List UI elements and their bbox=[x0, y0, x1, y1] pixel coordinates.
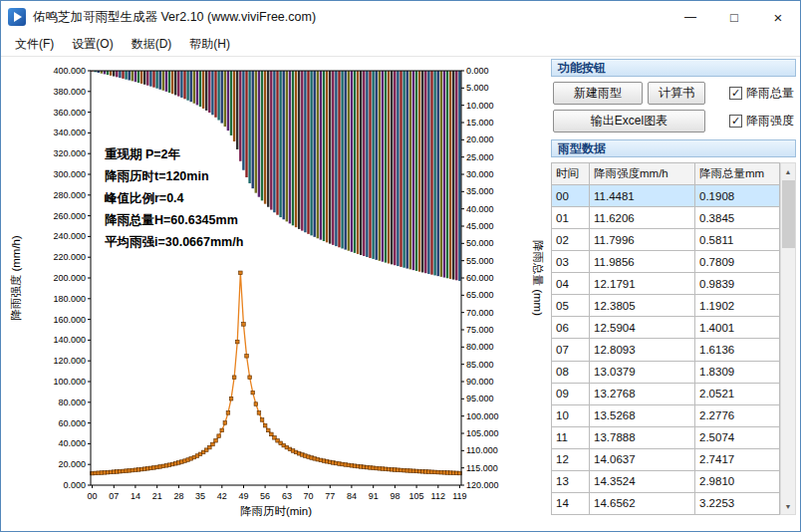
checkbox-label: 降雨总量 bbox=[746, 85, 794, 102]
svg-text:110.000: 110.000 bbox=[466, 445, 498, 455]
svg-text:160.000: 160.000 bbox=[53, 315, 86, 325]
rain-intensity-checkbox[interactable]: ✓ 降雨强度 bbox=[729, 113, 794, 130]
table-row[interactable]: 1013.52682.2776 bbox=[552, 404, 780, 426]
table-row[interactable]: 0813.03791.8309 bbox=[552, 361, 780, 383]
table-scrollbar[interactable]: ▲ ▼ bbox=[780, 162, 796, 515]
svg-text:20.000: 20.000 bbox=[58, 459, 86, 469]
table-row[interactable]: 1214.06372.7417 bbox=[552, 448, 780, 470]
svg-text:35.000: 35.000 bbox=[466, 186, 494, 196]
window-title: 佑鸣芝加哥雨型生成器 Ver2.10 (www.viviFree.com) bbox=[33, 9, 668, 26]
table-row[interactable]: 1113.78882.5074 bbox=[552, 426, 780, 448]
svg-text:平均雨强i=30.0667mm/h: 平均雨强i=30.0667mm/h bbox=[105, 235, 243, 249]
table-cell: 12 bbox=[552, 448, 590, 470]
export-excel-button[interactable]: 输出Excel图表 bbox=[553, 110, 705, 133]
table-cell: 13.0379 bbox=[590, 361, 695, 383]
menu-data[interactable]: 数据(D) bbox=[123, 33, 181, 56]
table-row[interactable]: 0011.44810.1908 bbox=[552, 185, 780, 207]
svg-text:50.000: 50.000 bbox=[466, 238, 494, 248]
chart-svg: 0.00020.00040.00060.00080.000100.000120.… bbox=[5, 59, 549, 527]
new-pattern-button[interactable]: 新建雨型 bbox=[553, 82, 643, 105]
rain-pattern-chart: 0.00020.00040.00060.00080.000100.000120.… bbox=[5, 59, 549, 527]
table-cell: 1.4001 bbox=[695, 317, 780, 339]
table-cell: 03 bbox=[552, 251, 590, 273]
table-row[interactable]: 0412.17910.9839 bbox=[552, 273, 780, 295]
side-panel: 功能按钮 新建雨型 计算书 ✓ 降雨总量 输出Excel图表 ✓ 降雨强度 雨型… bbox=[551, 59, 796, 529]
svg-text:360.000: 360.000 bbox=[53, 108, 86, 118]
table-cell: 12.3805 bbox=[590, 295, 695, 317]
table-cell: 11.7996 bbox=[590, 229, 695, 251]
svg-text:100.000: 100.000 bbox=[466, 411, 499, 421]
table-cell: 09 bbox=[552, 383, 590, 404]
table-row[interactable]: 1314.35242.9810 bbox=[552, 470, 780, 492]
table-row[interactable]: 0712.80931.6136 bbox=[552, 339, 780, 361]
minimize-button[interactable]: — bbox=[668, 1, 712, 33]
scroll-down-icon[interactable]: ▼ bbox=[781, 498, 795, 514]
svg-text:84: 84 bbox=[347, 491, 357, 501]
col-total[interactable]: 降雨总量mm bbox=[695, 163, 780, 185]
svg-text:30.000: 30.000 bbox=[466, 169, 494, 179]
svg-text:降雨历时t=120min: 降雨历时t=120min bbox=[105, 169, 209, 183]
table-cell: 11.4481 bbox=[590, 185, 695, 207]
table-cell: 13.5268 bbox=[590, 404, 695, 426]
svg-text:60.000: 60.000 bbox=[58, 418, 86, 428]
table-cell: 2.7417 bbox=[695, 448, 780, 470]
svg-text:0.000: 0.000 bbox=[63, 480, 86, 490]
svg-text:80.000: 80.000 bbox=[466, 342, 494, 352]
svg-text:300.000: 300.000 bbox=[53, 169, 86, 179]
function-panel-header: 功能按钮 bbox=[551, 59, 796, 77]
table-cell: 13.2768 bbox=[590, 383, 695, 404]
table-cell: 1.6136 bbox=[695, 339, 780, 361]
table-row[interactable]: 0512.38051.1902 bbox=[552, 295, 780, 317]
table-cell: 12.1791 bbox=[590, 273, 695, 295]
table-cell: 05 bbox=[552, 295, 590, 317]
svg-text:220.000: 220.000 bbox=[53, 252, 86, 262]
table-cell: 0.5811 bbox=[695, 229, 780, 251]
svg-text:340.000: 340.000 bbox=[53, 128, 86, 137]
table-cell: 2.2776 bbox=[695, 404, 780, 426]
table-row[interactable]: 0211.79960.5811 bbox=[552, 229, 780, 251]
table-cell: 0.1908 bbox=[695, 185, 780, 207]
close-button[interactable]: × bbox=[756, 1, 800, 33]
table-cell: 04 bbox=[552, 273, 590, 295]
checkbox-label: 降雨强度 bbox=[746, 113, 794, 130]
table-row[interactable]: 0913.27682.0521 bbox=[552, 383, 780, 404]
table-row[interactable]: 0612.59041.4001 bbox=[552, 317, 780, 339]
menu-settings[interactable]: 设置(O) bbox=[63, 33, 122, 56]
svg-text:70: 70 bbox=[304, 491, 314, 501]
svg-text:40.000: 40.000 bbox=[466, 204, 494, 214]
total-rain-checkbox[interactable]: ✓ 降雨总量 bbox=[729, 85, 794, 102]
svg-text:120.000: 120.000 bbox=[53, 356, 86, 366]
menu-bar: 文件(F) 设置(O) 数据(D) 帮助(H) bbox=[1, 33, 800, 57]
scroll-up-icon[interactable]: ▲ bbox=[781, 163, 795, 179]
svg-text:5.000: 5.000 bbox=[466, 83, 489, 93]
svg-text:98: 98 bbox=[390, 491, 400, 501]
svg-text:95.000: 95.000 bbox=[466, 394, 494, 403]
table-cell: 2.0521 bbox=[695, 383, 780, 404]
table-cell: 1.1902 bbox=[695, 295, 780, 317]
checkbox-check-icon: ✓ bbox=[729, 115, 742, 128]
table-row[interactable]: 0111.62060.3845 bbox=[552, 207, 780, 229]
calc-report-button[interactable]: 计算书 bbox=[648, 82, 705, 105]
table-row[interactable]: 1414.65623.2253 bbox=[552, 492, 780, 514]
table-cell: 14 bbox=[552, 492, 590, 514]
table-row[interactable]: 0311.98560.7809 bbox=[552, 251, 780, 273]
table-cell: 0.7809 bbox=[695, 251, 780, 273]
table-wrap: 时间 降雨强度mm/h 降雨总量mm 0011.44810.19080111.6… bbox=[551, 162, 796, 515]
col-intensity[interactable]: 降雨强度mm/h bbox=[590, 163, 695, 185]
menu-file[interactable]: 文件(F) bbox=[6, 33, 63, 56]
scrollbar-thumb[interactable] bbox=[782, 180, 795, 248]
app-window: 佑鸣芝加哥雨型生成器 Ver2.10 (www.viviFree.com) — … bbox=[0, 0, 801, 532]
svg-text:49: 49 bbox=[238, 491, 248, 501]
maximize-button[interactable]: □ bbox=[712, 1, 756, 33]
svg-text:0.000: 0.000 bbox=[466, 66, 489, 76]
window-controls: — □ × bbox=[668, 1, 800, 33]
svg-text:77: 77 bbox=[325, 491, 335, 501]
svg-text:105: 105 bbox=[409, 491, 424, 501]
svg-text:35: 35 bbox=[195, 491, 205, 501]
svg-text:85.000: 85.000 bbox=[466, 360, 494, 370]
svg-text:降雨总量H=60.6345mm: 降雨总量H=60.6345mm bbox=[105, 213, 238, 227]
svg-text:56: 56 bbox=[260, 491, 270, 501]
svg-text:14: 14 bbox=[131, 491, 140, 501]
menu-help[interactable]: 帮助(H) bbox=[180, 33, 239, 56]
col-time[interactable]: 时间 bbox=[552, 163, 590, 185]
